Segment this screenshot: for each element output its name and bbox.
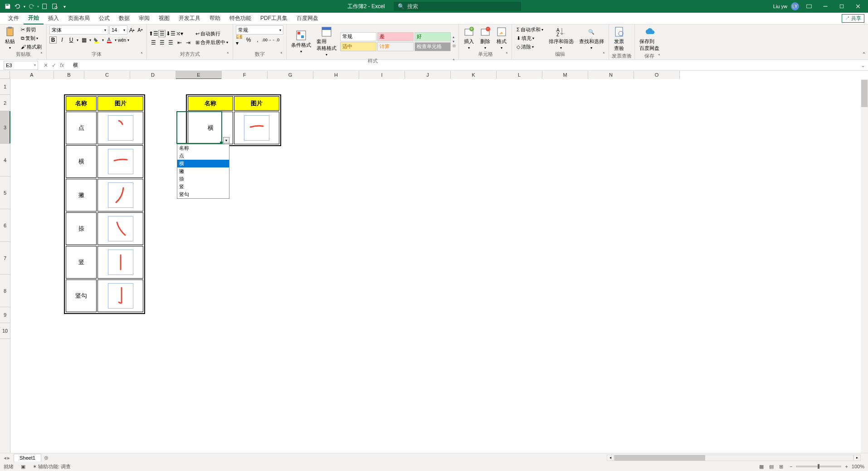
tab-review[interactable]: 审阅 bbox=[134, 13, 154, 25]
collapse-ribbon-icon[interactable]: ⌃ bbox=[862, 51, 866, 58]
sort-filter-button[interactable]: AZ排序和筛选▾ bbox=[547, 25, 575, 51]
border-icon[interactable]: ▦ bbox=[80, 36, 88, 44]
col-header-d[interactable]: D bbox=[130, 71, 176, 79]
style-scroll-down[interactable]: ▾ bbox=[453, 39, 456, 44]
row-header-6[interactable]: 6 bbox=[0, 209, 10, 242]
italic-icon[interactable]: I bbox=[59, 36, 66, 44]
cut-button[interactable]: ✂剪切 bbox=[19, 26, 44, 34]
cancel-formula-icon[interactable]: ✕ bbox=[44, 62, 48, 69]
align-bottom-icon[interactable]: ⬇☰ bbox=[167, 30, 174, 37]
merge-button[interactable]: ⊞合并后居中▾ bbox=[194, 39, 230, 46]
view-normal-icon[interactable]: ▦ bbox=[757, 463, 766, 470]
close-icon[interactable] bbox=[852, 0, 864, 13]
sheet-tab-1[interactable]: Sheet1 bbox=[14, 454, 41, 461]
insert-cells-button[interactable]: +插入▾ bbox=[462, 25, 476, 51]
dropdown-item-1[interactable]: 点 bbox=[177, 152, 229, 160]
select-all-button[interactable] bbox=[0, 71, 10, 79]
tab-pdf[interactable]: PDF工具集 bbox=[256, 13, 292, 25]
col-header-b[interactable]: B bbox=[54, 71, 84, 79]
sheet-nav-prev[interactable]: ◂ bbox=[4, 455, 6, 461]
invoice-button[interactable]: 发票 查验 bbox=[612, 25, 626, 53]
row-header-3[interactable]: 3 bbox=[0, 111, 10, 144]
zoom-level[interactable]: 100% bbox=[852, 464, 864, 469]
tab-page-layout[interactable]: 页面布局 bbox=[63, 13, 94, 25]
undo-icon[interactable] bbox=[14, 2, 22, 10]
number-format-combo[interactable]: 常规▾ bbox=[236, 25, 283, 34]
align-top-icon[interactable]: ⬆☰ bbox=[150, 30, 157, 37]
format-cells-button[interactable]: 格式▾ bbox=[494, 25, 509, 51]
dropdown-button[interactable]: ▾ bbox=[223, 137, 229, 143]
tab-insert[interactable]: 插入 bbox=[44, 13, 63, 25]
col-header-m[interactable]: M bbox=[542, 71, 588, 79]
table-left-cell-name-3[interactable]: 撇 bbox=[66, 179, 97, 211]
comma-icon[interactable]: , bbox=[254, 36, 261, 44]
redo-icon[interactable] bbox=[27, 2, 35, 10]
underline-icon[interactable]: U bbox=[68, 36, 75, 44]
col-header-k[interactable]: K bbox=[451, 71, 497, 79]
align-right-icon[interactable]: ☰ bbox=[167, 39, 174, 46]
vertical-scrollbar-thumb[interactable] bbox=[861, 80, 868, 107]
qat-icon-2[interactable] bbox=[51, 2, 59, 10]
expand-formula-bar-icon[interactable]: ⌄ bbox=[861, 62, 868, 69]
dropdown-item-3[interactable]: 撇 bbox=[177, 167, 229, 175]
col-header-e[interactable]: E bbox=[176, 71, 222, 79]
decrease-font-icon[interactable]: A▾ bbox=[137, 26, 144, 34]
dropdown-item-6[interactable]: 竖勾 bbox=[177, 191, 229, 198]
style-scroll-up[interactable]: ▴ bbox=[453, 35, 456, 39]
decrease-decimal-icon[interactable]: ←.0 bbox=[272, 36, 279, 44]
row-header-8[interactable]: 8 bbox=[0, 275, 10, 307]
align-middle-icon[interactable]: ☰ bbox=[158, 30, 166, 37]
bold-icon[interactable]: B bbox=[49, 36, 57, 44]
fill-color-icon[interactable] bbox=[93, 36, 100, 44]
table-left-header-name[interactable]: 名称 bbox=[66, 96, 97, 111]
zoom-slider[interactable] bbox=[796, 466, 841, 467]
row-header-2[interactable]: 2 bbox=[0, 95, 10, 111]
tab-data[interactable]: 数据 bbox=[114, 13, 134, 25]
style-normal[interactable]: 常规 bbox=[340, 32, 376, 41]
style-neutral[interactable]: 适中 bbox=[340, 42, 376, 51]
fx-icon[interactable]: fx bbox=[60, 62, 64, 69]
accessibility-status[interactable]: ✶ 辅助功能: 调查 bbox=[33, 463, 71, 470]
font-color-icon[interactable]: A bbox=[106, 36, 113, 44]
table-left-cell-name-4[interactable]: 捺 bbox=[66, 212, 97, 245]
minimize-icon[interactable] bbox=[819, 0, 832, 13]
fill-button[interactable]: ⬇填充▾ bbox=[515, 34, 545, 42]
table-format-button[interactable]: 套用 表格格式▾ bbox=[315, 25, 338, 58]
table-right-header-image[interactable]: 图片 bbox=[234, 96, 279, 111]
style-calc[interactable]: 计算 bbox=[377, 42, 414, 51]
tab-special[interactable]: 特色功能 bbox=[225, 13, 256, 25]
dropdown-item-5[interactable]: 竖 bbox=[177, 183, 229, 191]
tab-file[interactable]: 文件 bbox=[4, 13, 24, 25]
maximize-icon[interactable] bbox=[835, 0, 848, 13]
clear-button[interactable]: ◇清除▾ bbox=[515, 43, 545, 51]
decrease-indent-icon[interactable]: ⇤ bbox=[176, 39, 183, 46]
macro-record-icon[interactable]: ▣ bbox=[21, 464, 25, 470]
table-left-header-image[interactable]: 图片 bbox=[98, 96, 143, 111]
hscroll-left[interactable]: ◂ bbox=[607, 455, 614, 461]
tab-baidu[interactable]: 百度网盘 bbox=[292, 13, 323, 25]
font-name-combo[interactable]: 宋体▾ bbox=[49, 25, 108, 34]
zoom-out-icon[interactable]: − bbox=[790, 464, 792, 469]
style-good[interactable]: 好 bbox=[414, 32, 451, 41]
font-size-combo[interactable]: 14▾ bbox=[109, 25, 127, 34]
table-left-cell-name-5[interactable]: 竖 bbox=[66, 246, 97, 279]
tab-view[interactable]: 视图 bbox=[154, 13, 174, 25]
increase-indent-icon[interactable]: ⇥ bbox=[185, 39, 192, 46]
style-bad[interactable]: 差 bbox=[377, 32, 414, 41]
cells-area[interactable]: 名称图片 点 横 撇 捺 竖 竖勾 名称图片 横 ▾ bbox=[10, 79, 868, 453]
phonetic-icon[interactable]: wén bbox=[118, 36, 126, 44]
confirm-formula-icon[interactable]: ✓ bbox=[52, 62, 56, 69]
tab-formulas[interactable]: 公式 bbox=[94, 13, 114, 25]
col-header-a[interactable]: A bbox=[10, 71, 54, 79]
qat-icon-1[interactable] bbox=[41, 2, 49, 10]
formula-input[interactable]: 横 bbox=[69, 62, 861, 69]
row-header-5[interactable]: 5 bbox=[0, 177, 10, 209]
dropdown-item-0[interactable]: 名称 bbox=[177, 144, 229, 152]
col-header-n[interactable]: N bbox=[588, 71, 634, 79]
tab-help[interactable]: 帮助 bbox=[205, 13, 225, 25]
format-painter-button[interactable]: 🖌格式刷 bbox=[19, 43, 44, 51]
table-left-cell-name-2[interactable]: 横 bbox=[66, 145, 97, 178]
col-header-o[interactable]: O bbox=[634, 71, 680, 79]
style-gallery-expand[interactable]: ⊟ bbox=[453, 44, 456, 48]
copy-button[interactable]: ⧉复制▾ bbox=[19, 34, 44, 42]
